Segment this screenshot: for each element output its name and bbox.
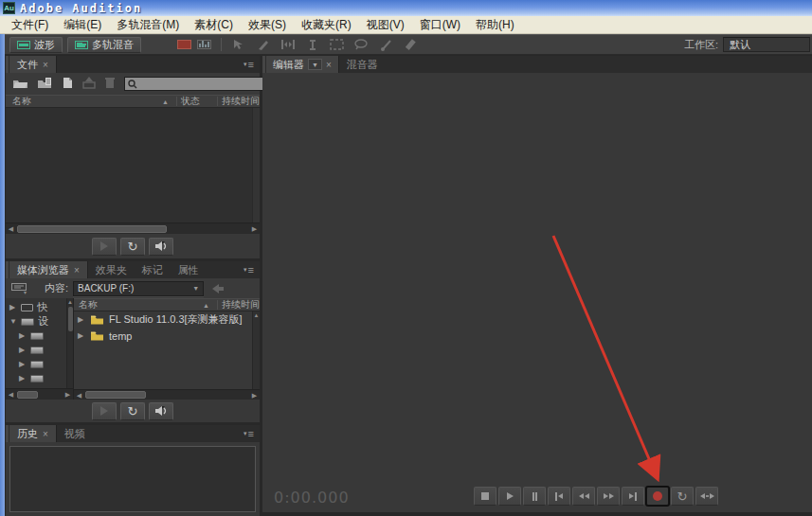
tab-history[interactable]: 历史 × — [9, 425, 57, 442]
rewind-button[interactable] — [572, 487, 595, 506]
panel-grip[interactable] — [6, 56, 9, 73]
column-name[interactable]: 名称 — [74, 298, 98, 311]
scroll-right-icon[interactable]: ▶ — [249, 390, 260, 400]
column-name[interactable]: 名称 — [6, 95, 31, 108]
tree-item-drive[interactable]: ▶ — [6, 357, 73, 371]
drive-select[interactable]: BACKUP (F:) ▼ — [73, 281, 204, 296]
scroll-up-icon[interactable]: ▲ — [253, 311, 260, 320]
scrollbar-thumb[interactable] — [17, 391, 38, 399]
tab-effects-rack[interactable]: 效果夹 — [88, 261, 135, 278]
close-icon[interactable]: × — [43, 60, 48, 70]
tree-item-drive[interactable]: ▶ — [6, 343, 73, 357]
files-list-area[interactable] — [6, 108, 260, 222]
spectral-frequency-toggle-icon[interactable] — [177, 40, 191, 49]
marquee-selection-tool-icon[interactable] — [330, 38, 344, 51]
folder-row-fl-studio[interactable]: ▶ FL Studio 11.0.3[亲测兼容版] — [74, 311, 260, 328]
collapsed-icon[interactable]: ▶ — [19, 346, 27, 354]
files-search-box[interactable] — [124, 77, 269, 91]
workspace-select[interactable]: 默认 — [723, 37, 810, 52]
skip-to-end-button[interactable] — [622, 487, 644, 506]
column-status[interactable]: 状态 — [181, 95, 213, 108]
record-button[interactable] — [646, 487, 669, 506]
close-icon[interactable]: × — [74, 265, 80, 276]
tab-mixer[interactable]: 混音器 — [339, 56, 386, 73]
scroll-left-icon[interactable]: ◀ — [74, 390, 84, 400]
back-arrow-icon[interactable] — [212, 284, 224, 294]
collapsed-icon[interactable]: ▶ — [19, 331, 27, 340]
sort-asc-icon[interactable]: ▲ — [162, 98, 169, 105]
preview-loop-button[interactable]: ↻ — [120, 238, 145, 256]
menu-file[interactable]: 文件(F) — [4, 16, 56, 33]
move-tool-icon[interactable] — [231, 38, 245, 51]
tree-horizontal-scrollbar[interactable]: ◀ ▶ — [6, 388, 73, 400]
tab-video[interactable]: 视频 — [57, 425, 93, 442]
menu-effects[interactable]: 效果(S) — [241, 16, 294, 33]
pause-button[interactable] — [523, 487, 546, 506]
new-file-icon[interactable] — [62, 76, 74, 93]
panel-grip[interactable] — [262, 56, 265, 73]
tree-vertical-scrollbar[interactable]: ▲ — [66, 298, 73, 388]
search-input[interactable] — [140, 79, 265, 90]
multitrack-view-button[interactable]: 多轨混音 — [67, 37, 141, 53]
menu-window[interactable]: 窗口(W) — [412, 16, 468, 33]
loop-playback-button[interactable]: ↻ — [671, 487, 694, 506]
insert-into-multitrack-icon[interactable] — [82, 76, 96, 93]
scrollbar-thumb[interactable] — [17, 225, 167, 233]
stop-button[interactable] — [474, 487, 496, 506]
tab-properties[interactable]: 属性 — [171, 261, 207, 278]
menu-clip[interactable]: 素材(C) — [187, 16, 241, 33]
collapsed-icon[interactable]: ▶ — [19, 374, 27, 383]
tab-files[interactable]: 文件 × — [9, 56, 57, 73]
tab-editor[interactable]: 编辑器 ▼ × — [266, 56, 339, 73]
menu-multitrack[interactable]: 多轨混音(M) — [109, 16, 187, 33]
razor-tool-icon[interactable] — [256, 38, 270, 51]
panel-grip[interactable] — [6, 261, 9, 278]
editor-canvas[interactable]: 0:00.000 ↻ — [262, 73, 812, 512]
panel-menu-icon[interactable]: ▾ ≡ — [244, 425, 254, 442]
scroll-left-icon[interactable]: ◀ — [6, 223, 16, 234]
collapsed-icon[interactable]: ▶ — [19, 360, 27, 368]
collapsed-icon[interactable]: ▶ — [78, 331, 85, 340]
menu-view[interactable]: 视图(V) — [359, 16, 412, 33]
column-duration[interactable]: 持续时间 — [222, 95, 260, 108]
scrollbar-thumb[interactable] — [68, 307, 73, 331]
sort-asc-icon[interactable]: ▲ — [203, 302, 209, 309]
editor-dropdown-icon[interactable]: ▼ — [308, 59, 322, 70]
trash-icon[interactable] — [104, 76, 116, 93]
preview-play-button[interactable] — [92, 238, 117, 256]
scroll-right-icon[interactable]: ▶ — [249, 223, 260, 234]
tree-item-drive[interactable]: ▶ — [6, 329, 73, 343]
skip-to-start-button[interactable] — [548, 487, 570, 506]
view-options-icon[interactable]: ▾ — [11, 283, 27, 294]
time-selection-tool-icon[interactable] — [280, 38, 295, 51]
import-file-icon[interactable] — [37, 76, 53, 93]
spot-healing-tool-icon[interactable] — [404, 38, 418, 51]
open-file-icon[interactable] — [12, 76, 28, 93]
menu-edit[interactable]: 编辑(E) — [56, 16, 109, 33]
marquee-time-tool-icon[interactable] — [305, 38, 319, 51]
close-icon[interactable]: × — [43, 429, 48, 439]
tree-item-drive[interactable]: ▶ — [6, 371, 73, 385]
media-vertical-scrollbar[interactable]: ▲ — [252, 311, 260, 389]
skip-selection-button[interactable] — [695, 487, 718, 506]
waveform-view-button[interactable]: 波形 — [9, 37, 63, 53]
collapsed-icon[interactable]: ▶ — [78, 315, 85, 324]
tree-item-devices[interactable]: ▼ 设 — [6, 314, 73, 329]
fast-forward-button[interactable] — [597, 487, 620, 506]
close-icon[interactable]: × — [326, 60, 332, 70]
panel-grip[interactable] — [6, 425, 9, 442]
tab-markers[interactable]: 标记 — [135, 261, 171, 278]
preview-loop-button[interactable]: ↻ — [120, 402, 145, 420]
media-horizontal-scrollbar[interactable]: ◀ ▶ — [74, 389, 260, 400]
scrollbar-thumb[interactable] — [85, 391, 146, 399]
column-duration[interactable]: 持续时间 — [222, 298, 260, 311]
menu-help[interactable]: 帮助(H) — [468, 16, 522, 33]
scroll-right-icon[interactable]: ▶ — [63, 389, 73, 400]
menu-favorites[interactable]: 收藏夹(R) — [294, 16, 359, 33]
files-horizontal-scrollbar[interactable]: ◀ ▶ — [6, 222, 260, 234]
history-list-area[interactable] — [9, 446, 256, 512]
preview-play-button[interactable] — [92, 402, 117, 420]
tree-item-shortcuts[interactable]: ▶ 快 — [6, 300, 73, 314]
spectral-pitch-toggle-icon[interactable] — [197, 40, 211, 49]
scroll-up-icon[interactable]: ▲ — [67, 298, 73, 306]
